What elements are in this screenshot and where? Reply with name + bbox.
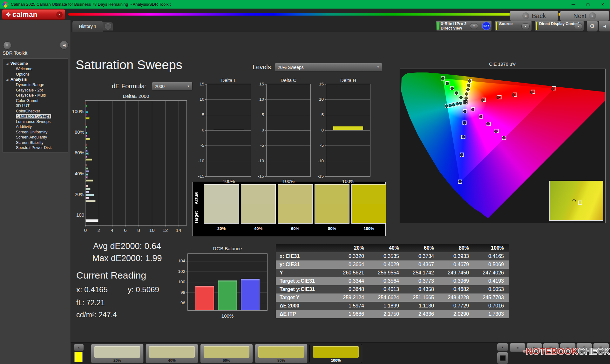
sidebar-item-screen-stability[interactable]: Screen Stability xyxy=(3,140,68,145)
maximize-button[interactable]: ▢ xyxy=(581,0,595,9)
cie-measured-marker xyxy=(451,87,454,90)
meter-dropdown[interactable]: X-Rite i1Pro 2 Direct View ▼ 237 xyxy=(436,20,492,31)
sidebar-item-luminance-sweeps[interactable]: Luminance Sweeps xyxy=(3,119,68,125)
sidebar-item-label: ColorChecker xyxy=(16,109,40,113)
axis-tick xyxy=(265,99,266,100)
swatch-level-label: 60% xyxy=(278,226,313,231)
axis-tick xyxy=(165,225,166,226)
x-tick-label: 6 xyxy=(124,227,126,233)
bar xyxy=(85,167,88,170)
y-tick-label: -15 xyxy=(313,174,324,179)
axis-tick xyxy=(186,261,187,261)
bar xyxy=(85,200,96,202)
pattern-button-80[interactable]: 80% xyxy=(255,344,308,363)
axis-tick xyxy=(205,176,207,177)
pattern-button-20[interactable]: 20% xyxy=(91,344,144,363)
chevron-down-icon[interactable]: ▼ xyxy=(521,24,530,29)
y-group-label: 80% xyxy=(67,129,84,134)
table-header-cell: 80% xyxy=(439,244,474,252)
target-row-label: Target xyxy=(194,206,199,229)
stop-button[interactable] xyxy=(497,352,508,364)
bar xyxy=(273,130,304,130)
chart-title: Delta H xyxy=(320,78,377,83)
de-formula-select[interactable]: 2000 xyxy=(152,82,193,91)
levels-select[interactable]: 20% Sweeps xyxy=(275,63,382,71)
meter-count-badge[interactable]: 237 xyxy=(482,22,491,30)
rgb-balance-title: RGB Balance xyxy=(187,246,268,251)
pattern-expand-button[interactable]: ▲ xyxy=(74,344,84,351)
sidebar-item-options[interactable]: Options xyxy=(3,72,68,77)
table-cell: 0.3320 xyxy=(334,252,369,260)
next-button[interactable]: Next » xyxy=(560,11,609,21)
gridline xyxy=(207,115,251,115)
tree-group-analysis[interactable]: ◢Analysis xyxy=(3,77,68,82)
cie-measured-marker xyxy=(530,91,533,94)
bar-group-100: 100% xyxy=(85,101,186,121)
sidebar-item-color-gamut[interactable]: Color Gamut xyxy=(3,98,68,104)
close-button[interactable]: ✕ xyxy=(595,0,610,9)
minimize-button[interactable]: — xyxy=(566,0,581,9)
gridline xyxy=(267,99,310,100)
sidebar-item-additivity[interactable]: Additivity xyxy=(3,124,68,130)
y-group-label: 60% xyxy=(67,150,84,155)
tab-history-1[interactable]: History 1 xyxy=(72,21,103,32)
tree-group-welcome[interactable]: ◢Welcome xyxy=(3,61,68,66)
y-tick-label: 0 xyxy=(193,128,204,132)
x-tick-label: 2 xyxy=(98,227,100,233)
sidebar-item-grayscale-2pt[interactable]: Grayscale - 2pt xyxy=(3,88,68,93)
pattern-button-60[interactable]: 60% xyxy=(200,344,253,363)
table-cell: 0.4679 xyxy=(439,260,474,269)
measure-expand-button[interactable]: ▲ xyxy=(497,343,508,351)
watermark-text-check: CHECK xyxy=(578,346,610,357)
bar xyxy=(85,194,94,196)
tree-expander-icon: ◢ xyxy=(6,61,8,66)
gridline xyxy=(326,130,370,131)
table-cell: 0.7016 xyxy=(474,302,509,310)
pattern-button-100[interactable]: 100% xyxy=(309,344,362,363)
sidebar-collapse-button[interactable]: ◀ xyxy=(60,41,69,50)
cie-measured-marker xyxy=(497,96,500,99)
axis-tick xyxy=(205,115,207,115)
pattern-label: 40% xyxy=(146,358,198,363)
sidebar-item-screen-uniformity[interactable]: Screen Uniformity xyxy=(3,130,68,135)
cie-measured-marker xyxy=(502,136,505,139)
display-status-bar xyxy=(536,22,537,30)
axis-tick xyxy=(265,130,266,131)
sidebar-menu-button[interactable] xyxy=(3,41,11,50)
calman-menu-button[interactable]: ❖ calman ▼ xyxy=(2,9,65,20)
workspace-collapse-button[interactable]: ◀ xyxy=(599,20,610,32)
display-control-dropdown[interactable]: Direct Display Control ▼ xyxy=(534,20,584,31)
table-cell: 0.7729 xyxy=(439,302,474,310)
bar xyxy=(85,150,88,152)
sidebar-item-grayscale-multi[interactable]: Grayscale - Multi xyxy=(3,93,68,98)
sidebar-item-saturation-sweeps[interactable]: Saturation Sweeps xyxy=(3,114,68,119)
sidebar-item-dynamic-range[interactable]: Dynamic Range xyxy=(3,82,68,88)
chevron-down-icon[interactable]: ▼ xyxy=(574,24,582,29)
quick-color-swatch[interactable] xyxy=(74,352,83,362)
sidebar-item-screen-angularity[interactable]: Screen Angularity xyxy=(3,135,68,140)
target-swatch xyxy=(278,204,312,223)
chevron-down-icon[interactable]: ▼ xyxy=(56,11,63,18)
chevron-down-icon[interactable]: ▼ xyxy=(470,23,478,29)
cie-measured-marker xyxy=(455,91,458,95)
bar xyxy=(85,219,98,222)
settings-button[interactable]: ⚙ xyxy=(586,20,598,32)
bar xyxy=(85,138,90,140)
pattern-swatch xyxy=(204,346,249,358)
cie-measured-marker xyxy=(573,199,576,202)
pattern-button-40[interactable]: 40% xyxy=(146,344,198,363)
cie-measured-marker xyxy=(481,98,484,102)
sidebar-item-colorchecker[interactable]: ColorChecker xyxy=(3,109,68,114)
add-tab-button[interactable]: + xyxy=(103,22,113,30)
cie-measured-marker xyxy=(463,110,466,113)
sidebar-item-spectral-power-dist[interactable]: Spectral Power Dist. xyxy=(3,145,68,151)
sidebar-item-3d-lut[interactable]: 3D LUT xyxy=(3,103,68,109)
sidebar-item-welcome[interactable]: Welcome xyxy=(3,66,68,72)
cie-measured-marker xyxy=(468,79,471,83)
source-dropdown[interactable]: Source ▼ xyxy=(494,20,532,31)
cie-measured-marker xyxy=(494,130,498,133)
chart-title: Delta C xyxy=(260,78,317,83)
back-button[interactable]: « Back xyxy=(510,11,559,21)
levels-value: 20% Sweeps xyxy=(278,65,304,70)
axis-tick xyxy=(417,223,417,223)
